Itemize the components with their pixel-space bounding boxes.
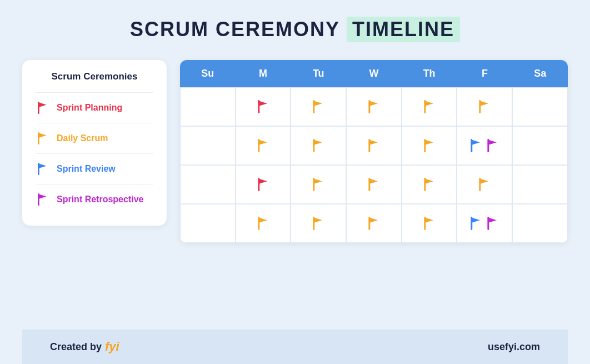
cell-r1-th: [402, 87, 457, 126]
cell-r4-th: [402, 204, 457, 243]
page-wrapper: SCRUM CEREMONY TIMELINE Scrum Ceremonies…: [0, 0, 590, 364]
legend-item-daily-scrum: Daily Scrum: [36, 123, 153, 153]
cell-r3-w: [346, 165, 402, 204]
header-th: Th: [402, 60, 457, 87]
cell-r1-w: [346, 87, 402, 126]
legend-item-sprint-planning: Sprint Planning: [36, 92, 153, 123]
cell-r4-w: [346, 204, 402, 243]
footer-created: Created by fyi: [50, 340, 119, 354]
cell-r3-sa: [512, 165, 568, 204]
cell-r1-tu: [291, 87, 346, 126]
grid-table: Su M Tu W Th F Sa: [180, 60, 568, 243]
cell-r2-th: [402, 126, 457, 165]
cell-r3-su: [180, 165, 236, 204]
cell-r2-sa: [512, 126, 568, 165]
header-su: Su: [180, 60, 236, 87]
header-m: M: [236, 60, 291, 87]
header-sa: Sa: [512, 60, 568, 87]
row-sprint-planning: [180, 87, 568, 126]
flag-icon-red: [36, 101, 50, 115]
title-highlight: TIMELINE: [347, 17, 460, 42]
legend-item-sprint-retro: Sprint Retrospective: [36, 184, 153, 215]
cell-r2-tu: [291, 126, 346, 165]
cell-r1-su: [180, 87, 236, 126]
title-row: SCRUM CEREMONY TIMELINE: [130, 17, 460, 42]
cell-r4-sa: [512, 204, 568, 243]
legend-item-sprint-review: Sprint Review: [36, 153, 153, 184]
flag-icon-blue: [36, 162, 50, 176]
cell-r3-m: [236, 165, 291, 204]
row-sprint-retrospective: [180, 204, 568, 243]
header-tu: Tu: [291, 60, 346, 87]
legend-title: Scrum Ceremonies: [36, 71, 153, 82]
content-row: Scrum Ceremonies Sprint Planning Daily S…: [22, 60, 568, 243]
cell-r1-f: [457, 87, 512, 126]
header-f: F: [457, 60, 512, 87]
legend-label-sprint-retro: Sprint Retrospective: [57, 195, 143, 205]
row-sprint-review: [180, 165, 568, 204]
row-daily-scrum: [180, 126, 568, 165]
grid-header-row: Su M Tu W Th F Sa: [180, 60, 568, 87]
grid-wrapper: Su M Tu W Th F Sa: [180, 60, 568, 243]
footer-url: usefyi.com: [488, 341, 540, 353]
legend-label-sprint-planning: Sprint Planning: [57, 103, 122, 113]
cell-r2-w: [346, 126, 402, 165]
cell-r1-m: [236, 87, 291, 126]
title-plain: SCRUM CEREMONY: [130, 18, 340, 41]
legend-label-daily-scrum: Daily Scrum: [57, 133, 108, 143]
cell-r2-su: [180, 126, 236, 165]
flag-icon-purple: [36, 192, 50, 207]
cell-r2-m: [236, 126, 291, 165]
cell-r4-su: [180, 204, 236, 243]
footer-created-text: Created by: [50, 341, 102, 353]
header-w: W: [346, 60, 402, 87]
flag-icon-orange: [36, 131, 50, 146]
cell-r2-f: [457, 126, 512, 165]
cell-r3-tu: [291, 165, 346, 204]
cell-r3-f: [457, 165, 512, 204]
legend-panel: Scrum Ceremonies Sprint Planning Daily S…: [22, 60, 167, 226]
cell-r3-th: [402, 165, 457, 204]
cell-r4-m: [236, 204, 291, 243]
footer-bar: Created by fyi usefyi.com: [22, 330, 568, 364]
cell-r1-sa: [512, 87, 568, 126]
footer-brand: fyi: [105, 340, 119, 354]
cell-r4-tu: [291, 204, 346, 243]
cell-r4-f: [457, 204, 512, 243]
legend-label-sprint-review: Sprint Review: [57, 164, 116, 174]
